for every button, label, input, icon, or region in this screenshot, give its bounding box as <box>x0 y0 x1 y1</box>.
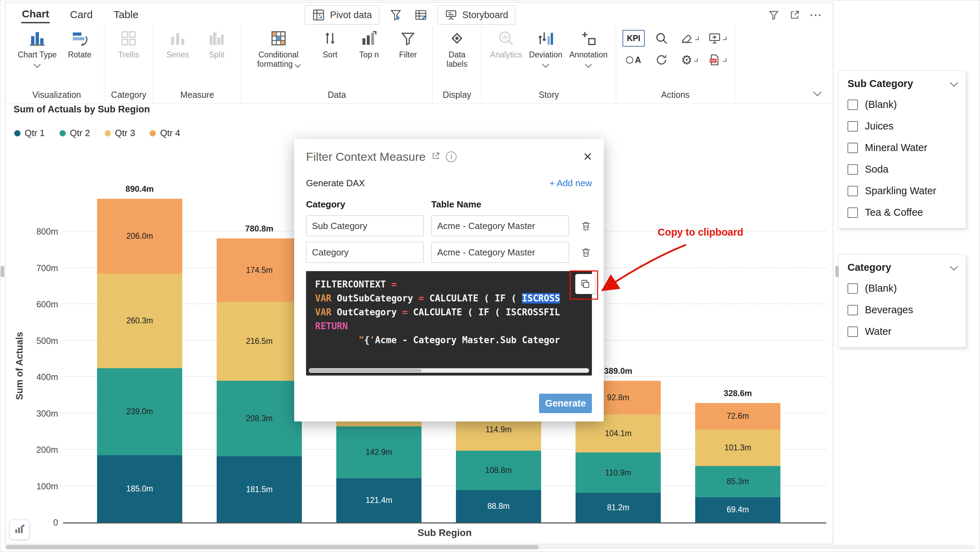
category-input-row1[interactable] <box>306 215 423 236</box>
code-horizontal-scrollbar[interactable] <box>309 368 589 373</box>
bar-segment[interactable]: 239.0m <box>97 368 182 455</box>
data-labels-button[interactable]: Data labels <box>438 27 476 71</box>
checkbox[interactable] <box>848 121 858 132</box>
tab-card[interactable]: Card <box>69 7 93 22</box>
legend-item[interactable]: Qtr 4 <box>150 128 180 139</box>
segment-label: 181.5m <box>246 485 273 494</box>
deviation-button[interactable]: Deviation <box>525 27 566 69</box>
table-name-input-row1[interactable] <box>431 215 569 236</box>
settings-button[interactable]: ⚙ <box>677 50 702 70</box>
sort-button[interactable]: Sort <box>310 27 350 62</box>
bar-segment[interactable]: 85.3m <box>695 466 780 497</box>
checkbox[interactable] <box>848 164 858 175</box>
bar-segment[interactable]: 260.3m <box>97 274 182 368</box>
checkbox[interactable] <box>848 283 858 294</box>
rotate-button[interactable]: Rotate <box>60 27 99 62</box>
bar-6[interactable]: 69.4m85.3m101.3m72.6m328.6m <box>695 403 780 522</box>
bar-segment[interactable]: 206.0m <box>97 199 182 274</box>
filter-item[interactable]: Water <box>838 321 966 342</box>
horizontal-scrollbar[interactable] <box>6 545 975 549</box>
edit-grid-icon[interactable] <box>412 6 429 23</box>
filter-item-label: (Blank) <box>865 99 897 110</box>
kpi-button[interactable]: KPI <box>621 28 646 48</box>
checkbox[interactable] <box>848 143 858 153</box>
bar-segment[interactable]: 216.5m <box>216 302 302 380</box>
bar-segment[interactable]: 142.9m <box>336 426 422 478</box>
scrollbar-thumb[interactable] <box>310 369 422 372</box>
more-options-icon[interactable]: ⋯ <box>807 6 824 23</box>
bar-1[interactable]: 185.0m239.0m260.3m206.0m890.4m <box>97 199 182 522</box>
chevron-down-icon[interactable] <box>950 79 958 87</box>
checkbox[interactable] <box>848 305 858 315</box>
tab-table[interactable]: Table <box>113 7 139 22</box>
filter-item-label: Soda <box>865 164 889 175</box>
resize-handle-left[interactable] <box>1 266 4 277</box>
eraser-button[interactable] <box>677 28 702 48</box>
checkbox[interactable] <box>848 207 858 218</box>
legend-item[interactable]: Qtr 2 <box>59 128 90 139</box>
filter-item[interactable]: (Blank) <box>838 94 966 115</box>
resize-handle-right[interactable] <box>835 266 839 277</box>
bar-segment[interactable]: 101.3m <box>695 429 780 466</box>
scrollbar-thumb[interactable] <box>6 545 539 549</box>
bar-segment[interactable]: 110.9m <box>576 453 661 493</box>
annotation-button[interactable]: Annotation <box>566 27 611 69</box>
add-new-button[interactable]: + Add new <box>549 178 592 189</box>
category-input-row2[interactable] <box>306 242 423 263</box>
pdf-icon: PDF <box>708 51 721 69</box>
filter-button[interactable]: Filter <box>388 27 427 62</box>
top-n-button[interactable]: Top n <box>350 27 388 62</box>
export-slides-button[interactable] <box>705 28 730 48</box>
bar-segment[interactable]: 81.2m <box>576 493 661 522</box>
bar-segment[interactable]: 69.4m <box>695 497 780 523</box>
y-axis-ticks: 0100m200m300m400m500m600m700m800m <box>25 209 58 522</box>
bar-segment[interactable]: 185.0m <box>97 455 182 522</box>
bar-segment[interactable]: 121.4m <box>336 478 422 522</box>
sort-label: Sort <box>323 50 337 59</box>
annotate-a-button[interactable]: A <box>621 50 646 70</box>
export-pdf-button[interactable]: PDF <box>705 50 730 70</box>
search-button[interactable] <box>649 28 674 48</box>
pivot-data-button[interactable]: Pivot data <box>305 5 379 25</box>
bar-segment[interactable]: 208.3m <box>216 381 302 456</box>
legend-item[interactable]: Qtr 1 <box>14 128 45 139</box>
bar-segment[interactable]: 88.8m <box>456 490 541 522</box>
chart-type-button[interactable]: Chart Type <box>14 27 60 69</box>
legend-item[interactable]: Qtr 3 <box>105 128 135 139</box>
bar-segment[interactable]: 108.8m <box>456 451 541 490</box>
ribbon-collapse-button[interactable] <box>815 89 820 96</box>
checkbox[interactable] <box>848 99 858 110</box>
close-icon[interactable]: × <box>583 149 592 164</box>
filter-item[interactable]: Mineral Water <box>838 137 966 158</box>
bar-segment[interactable]: 174.5m <box>216 238 302 302</box>
chart-widget-button[interactable] <box>10 520 30 540</box>
checkbox[interactable] <box>848 327 858 337</box>
bar-segment[interactable]: 181.5m <box>216 456 302 522</box>
generate-button[interactable]: Generate <box>539 394 592 413</box>
visual-filter-icon[interactable] <box>387 6 404 23</box>
filter-item[interactable]: Beverages <box>838 299 966 321</box>
filter-item[interactable]: Soda <box>838 158 966 180</box>
tab-chart[interactable]: Chart <box>21 6 50 23</box>
bar-2[interactable]: 181.5m208.3m216.5m174.5m780.8m <box>216 238 302 522</box>
filter-funnel-icon[interactable] <box>765 6 782 23</box>
bar-total-label: 780.8m <box>216 224 302 233</box>
table-name-input-row2[interactable] <box>431 242 569 263</box>
external-link-icon[interactable] <box>431 152 440 162</box>
info-icon[interactable]: i <box>446 152 457 162</box>
filter-item[interactable]: Sparkling Water <box>838 180 966 201</box>
data-labels-label: Data labels <box>443 50 471 69</box>
storyboard-button[interactable]: Storyboard <box>438 5 515 25</box>
conditional-formatting-button[interactable]: Conditional formatting <box>246 27 310 71</box>
refresh-button[interactable] <box>649 50 674 70</box>
chevron-down-icon[interactable] <box>950 262 958 270</box>
filter-item[interactable]: Tea & Coffee <box>838 201 966 223</box>
split-icon <box>208 29 225 48</box>
focus-mode-icon[interactable] <box>786 6 803 23</box>
legend-swatch <box>59 130 66 136</box>
y-axis-title: Sum of Actuals <box>14 209 25 522</box>
checkbox[interactable] <box>848 186 858 196</box>
bar-segment[interactable]: 72.6m <box>695 403 780 429</box>
filter-item[interactable]: Juices <box>838 115 966 137</box>
filter-item[interactable]: (Blank) <box>838 278 966 299</box>
